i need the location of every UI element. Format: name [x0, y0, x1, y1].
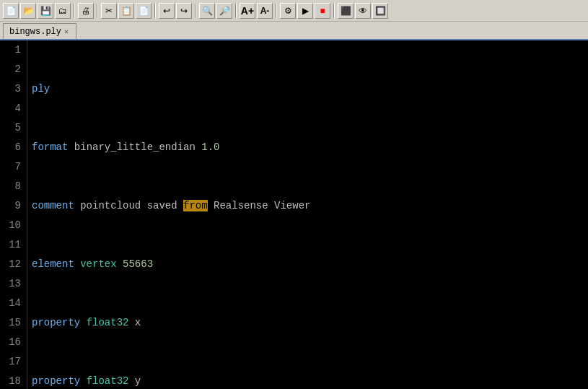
macro-button[interactable]: ⬛ [338, 3, 354, 19]
line-num-3: 3 [3, 79, 21, 99]
line-num-5: 5 [3, 118, 21, 138]
line-num-7: 7 [3, 157, 21, 177]
separator-7 [333, 4, 335, 18]
extra-button[interactable]: 🔲 [372, 3, 388, 19]
tab-filename: bingws.ply [9, 27, 61, 37]
line-num-14: 14 [3, 294, 21, 313]
toolbar: 📄 📂 💾 🗂 🖨 ✂ 📋 📄 ↩ ↪ 🔍 🔎 A+ A- ⚙ ▶ ■ ⬛ 👁 … [0, 0, 588, 22]
zoom-out-button[interactable]: A- [257, 3, 273, 19]
replace-button[interactable]: 🔎 [216, 3, 232, 19]
undo-button[interactable]: ↩ [159, 3, 175, 19]
line-num-9: 9 [3, 196, 21, 216]
tab-close-button[interactable]: ✕ [64, 27, 69, 36]
new-button[interactable]: 📄 [3, 3, 19, 19]
view-button[interactable]: 👁 [355, 3, 371, 19]
zoom-in-button[interactable]: A+ [240, 3, 255, 19]
print-button[interactable]: 🖨 [78, 3, 94, 19]
open-button[interactable]: 📂 [20, 3, 36, 19]
cut-button[interactable]: ✂ [101, 3, 117, 19]
code-line-1: ply [32, 79, 584, 99]
run-button[interactable]: ▶ [297, 3, 313, 19]
stop-button[interactable]: ■ [315, 3, 330, 19]
line-num-11: 11 [3, 235, 21, 255]
line-num-17: 17 [3, 352, 21, 372]
line-num-16: 16 [3, 333, 21, 352]
line-num-18: 18 [3, 372, 21, 389]
code-line-2: format binary_little_endian 1.0 [32, 138, 584, 157]
line-num-4: 4 [3, 99, 21, 118]
line-num-8: 8 [3, 177, 21, 196]
code-line-5: property float32 x [32, 313, 584, 333]
separator-1 [74, 4, 75, 18]
redo-button[interactable]: ↪ [176, 3, 192, 19]
code-line-4: element vertex 55663 [32, 255, 584, 274]
tab-bar: bingws.ply ✕ [0, 22, 588, 40]
paste-button[interactable]: 📄 [136, 3, 152, 19]
file-tab[interactable]: bingws.ply ✕ [3, 23, 76, 39]
line-num-12: 12 [3, 255, 21, 274]
line-numbers: 1 2 3 4 5 6 7 8 9 10 11 12 13 14 15 16 1… [0, 40, 27, 389]
copy-button[interactable]: 📋 [118, 3, 134, 19]
separator-2 [97, 4, 98, 18]
line-num-6: 6 [3, 138, 21, 157]
line-num-13: 13 [3, 274, 21, 294]
code-content[interactable]: ply format binary_little_endian 1.0 comm… [27, 40, 588, 389]
separator-5 [235, 4, 237, 18]
line-num-2: 2 [3, 60, 21, 79]
line-num-1: 1 [3, 40, 21, 60]
code-line-6: property float32 y [32, 372, 584, 389]
separator-6 [276, 4, 277, 18]
save-all-button[interactable]: 🗂 [55, 3, 71, 19]
separator-3 [154, 4, 156, 18]
line-num-10: 10 [3, 216, 21, 235]
settings-button[interactable]: ⚙ [280, 3, 296, 19]
separator-4 [195, 4, 196, 18]
editor[interactable]: 1 2 3 4 5 6 7 8 9 10 11 12 13 14 15 16 1… [0, 40, 588, 389]
line-num-15: 15 [3, 313, 21, 333]
save-button[interactable]: 💾 [38, 3, 53, 19]
find-button[interactable]: 🔍 [199, 3, 215, 19]
code-line-3: comment pointcloud saved from Realsense … [32, 196, 584, 216]
